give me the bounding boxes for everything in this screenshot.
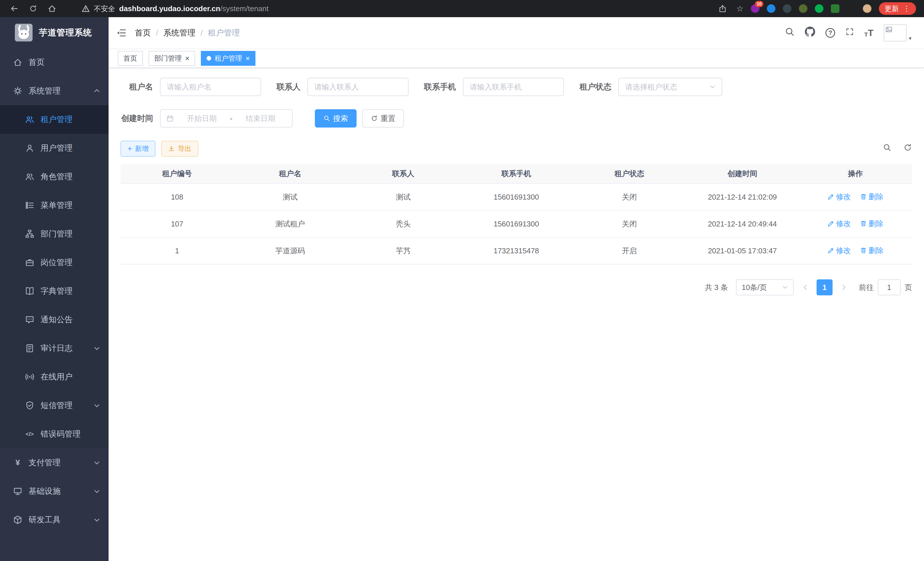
extension-icon-2[interactable] [767,4,776,13]
sidebar-item-dict-management[interactable]: 字典管理 [0,277,109,305]
cube-icon [13,515,22,524]
sidebar-item-payment-management[interactable]: ¥ 支付管理 [0,448,109,477]
page-content: 租户名 联系人 联系手机 租户状态 请选择租户状态 [109,68,924,561]
browser-chrome: 不安全 dashboard.yudao.iocoder.cn/system/te… [0,0,924,17]
extension-icon-1[interactable]: 10 [751,4,759,13]
trash-icon [860,220,867,227]
extension-icon-5[interactable] [815,4,824,13]
browser-reload-button[interactable] [27,5,39,13]
address-bar[interactable]: 不安全 dashboard.yudao.iocoder.cn/system/te… [82,4,710,14]
sidebar-item-label: 在线用户 [40,371,73,382]
chevron-right-icon [841,284,847,290]
user-icon [25,144,34,153]
sidebar-item-home[interactable]: 首页 [0,48,109,77]
sidebar-item-system-management[interactable]: 系统管理 [0,77,109,105]
goto-unit: 页 [904,283,912,293]
pagination: 共 3 条 10条/页 1 前往 页 [121,279,912,295]
sidebar-item-infrastructure[interactable]: 基础设施 [0,477,109,505]
extension-icon-3[interactable] [783,4,791,13]
extension-icon-6[interactable] [831,4,839,13]
sidebar-item-role-management[interactable]: 角色管理 [0,162,109,191]
edit-pencil-icon [827,220,834,227]
breadcrumb-home[interactable]: 首页 [135,27,151,38]
sidebar-item-menu-management[interactable]: 菜单管理 [0,191,109,220]
filter-tenant-name: 租户名 [121,78,261,96]
sidebar-item-dev-tools[interactable]: 研发工具 [0,505,109,534]
bookmark-star-icon[interactable]: ☆ [736,4,743,14]
contact-label: 联系人 [277,81,301,92]
sidebar-item-errorcode-management[interactable]: </> 错误码管理 [0,420,109,448]
extension-icon-7[interactable] [847,4,855,13]
edit-link[interactable]: 修改 [827,192,851,202]
fullscreen-button[interactable] [845,27,854,38]
sidebar-item-sms-management[interactable]: 短信管理 [0,391,109,420]
edit-link[interactable]: 修改 [827,219,851,229]
toggle-search-button[interactable] [883,143,891,154]
tab-close-icon[interactable]: × [185,55,189,62]
tab-department-management[interactable]: 部门管理 × [148,51,195,66]
cell-created: 2021-12-14 20:49:44 [686,211,799,237]
export-button[interactable]: 导出 [161,141,198,157]
browser-actions: ☆ 10 更新 ⋮ [716,2,916,15]
profile-avatar-icon[interactable] [863,4,872,13]
sidebar-item-user-management[interactable]: 用户管理 [0,134,109,162]
goto-page-input[interactable] [878,279,901,295]
tab-home[interactable]: 首页 [118,51,143,66]
sidebar-item-audit-log[interactable]: 审计日志 [0,334,109,362]
page-size-value: 10条/页 [742,283,767,293]
font-size-button[interactable]: TT [864,28,873,38]
url-domain: dashboard.yudao.iocoder.cn [119,4,220,13]
contact-input[interactable] [308,78,409,96]
cell-contact: 测试 [346,183,460,211]
sidebar-item-tenant-management[interactable]: 租户管理 [0,105,109,134]
trash-icon [860,247,867,254]
refresh-table-button[interactable] [903,143,912,154]
home-icon [48,4,56,13]
header-search-button[interactable] [785,27,795,39]
edit-link[interactable]: 修改 [827,246,851,256]
tab-tenant-management[interactable]: 租户管理 × [201,51,255,66]
delete-link[interactable]: 删除 [860,192,884,202]
user-avatar-menu[interactable]: ▾ [884,24,911,41]
chevron-down-icon [94,517,100,523]
delete-link[interactable]: 删除 [860,246,884,256]
browser-back-button[interactable] [8,4,21,13]
sidebar-item-notice[interactable]: 通知公告 [0,305,109,334]
reset-button[interactable]: 重置 [362,109,404,128]
help-icon[interactable]: ? [825,28,835,38]
chevron-down-icon [782,284,788,290]
extension-icon-4[interactable] [799,4,807,13]
sidebar-item-label: 审计日志 [40,343,73,354]
tab-close-icon[interactable]: × [245,55,250,62]
breadcrumb-system[interactable]: 系统管理 [164,27,195,38]
add-button[interactable]: + 新增 [121,141,155,157]
next-page-button[interactable] [838,284,850,290]
refresh-icon [371,115,378,122]
cell-status: 关闭 [573,183,686,211]
search-button[interactable]: 搜索 [315,109,357,128]
status-select[interactable]: 请选择租户状态 [618,78,722,96]
search-icon [883,143,891,152]
sidebar-item-online-users[interactable]: 在线用户 [0,362,109,391]
github-link[interactable] [805,27,815,39]
share-button[interactable] [716,5,729,13]
page-size-select[interactable]: 10条/页 [736,279,794,295]
cell-created: 2021-12-14 21:02:09 [686,183,799,211]
phone-input[interactable] [463,78,564,96]
app-logo[interactable]: 芋道管理系统 [0,17,109,48]
sidebar-item-department-management[interactable]: 部门管理 [0,220,109,248]
page-number-button[interactable]: 1 [817,279,832,295]
cell-status: 关闭 [573,211,686,237]
sidebar-collapse-button[interactable] [117,28,126,38]
browser-update-button[interactable]: 更新 ⋮ [879,2,916,15]
browser-home-button[interactable] [46,4,58,13]
delete-link[interactable]: 删除 [860,219,884,229]
security-warning-icon [82,5,90,13]
prev-page-button[interactable] [800,284,811,290]
chevron-down-icon [94,459,100,466]
date-start-placeholder: 开始日期 [176,114,228,123]
sidebar-item-post-management[interactable]: 岗位管理 [0,248,109,277]
tenant-name-input[interactable] [160,78,261,96]
date-range-picker[interactable]: 开始日期 - 结束日期 [160,109,292,128]
chevron-left-icon [802,284,808,290]
